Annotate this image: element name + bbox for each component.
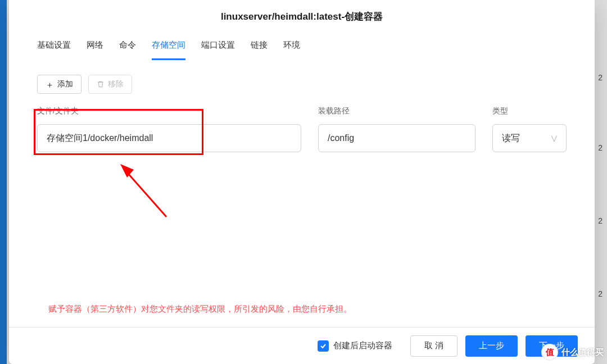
- next-button[interactable]: 下一步: [526, 335, 578, 357]
- svg-line-0: [124, 169, 166, 217]
- modal-title: linuxserver/heimdall:latest-创建容器: [9, 0, 595, 32]
- remove-button: 移除: [88, 75, 132, 94]
- tab-ports[interactable]: 端口设置: [201, 32, 235, 60]
- remove-label: 移除: [108, 79, 124, 89]
- type-value: 读写: [502, 133, 520, 144]
- svg-marker-1: [120, 164, 134, 178]
- column-headers: 文件/文件夹 装载路径 类型: [9, 94, 595, 116]
- modal-footer: 创建后启动容器 取 消 上一步 下一步: [9, 327, 595, 364]
- mount-path-input[interactable]: /config: [318, 124, 475, 152]
- bg-number: 2: [598, 143, 603, 152]
- add-label: 添加: [57, 79, 73, 89]
- tab-storage[interactable]: 存储空间: [152, 32, 185, 60]
- col-file-folder: 文件/文件夹: [37, 106, 301, 116]
- prev-button[interactable]: 上一步: [465, 335, 518, 357]
- type-select[interactable]: 读写 ⋁: [492, 124, 567, 152]
- file-folder-value: 存储空间1/docker/heimdall: [47, 133, 153, 144]
- col-mount-path: 装载路径: [318, 106, 475, 116]
- mount-path-value: /config: [328, 133, 354, 143]
- tab-env[interactable]: 环境: [283, 32, 300, 60]
- plus-icon: ＋: [46, 80, 54, 89]
- create-container-modal: linuxserver/heimdall:latest-创建容器 基础设置 网络…: [9, 0, 595, 364]
- tab-network[interactable]: 网络: [87, 32, 103, 60]
- annotation-arrow: [110, 155, 172, 222]
- col-type: 类型: [492, 106, 567, 116]
- bg-number: 2: [598, 216, 603, 225]
- bg-number: 2: [598, 73, 603, 82]
- tab-command[interactable]: 命令: [119, 32, 136, 60]
- warning-text: 赋予容器（第三方软件）对您文件夹的读写权限，所引发的风险，由您自行承担。: [48, 304, 352, 315]
- tab-links[interactable]: 链接: [251, 32, 268, 60]
- trash-icon: [97, 80, 105, 88]
- add-button[interactable]: ＋ 添加: [37, 75, 81, 94]
- start-after-create-checkbox[interactable]: 创建后启动容器: [318, 340, 392, 352]
- bg-number: 2: [598, 289, 603, 298]
- tab-basic[interactable]: 基础设置: [37, 32, 71, 60]
- checkbox-checked-icon: [318, 340, 329, 352]
- tab-bar: 基础设置 网络 命令 存储空间 端口设置 链接 环境: [9, 32, 595, 60]
- volume-row: 存储空间1/docker/heimdall /config 读写 ⋁: [9, 116, 595, 152]
- file-folder-input[interactable]: 存储空间1/docker/heimdall: [37, 124, 301, 152]
- toolbar: ＋ 添加 移除: [9, 60, 595, 94]
- cancel-button[interactable]: 取 消: [410, 335, 457, 357]
- chevron-down-icon: ⋁: [551, 134, 557, 142]
- checkbox-label: 创建后启动容器: [333, 340, 392, 351]
